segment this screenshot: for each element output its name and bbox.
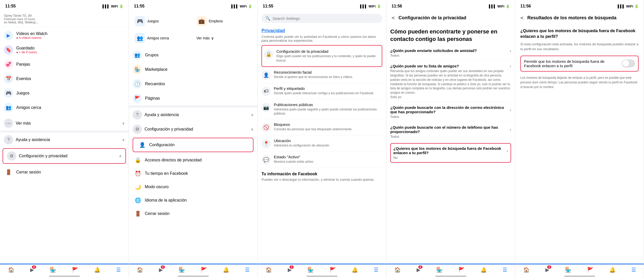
tiempo-item[interactable]: ⏰ Tu tiempo en Facebook <box>129 167 257 180</box>
config-item-2[interactable]: ⚙ Configuración y privacidad ∧ <box>129 122 257 136</box>
config-person-icon: 👤 <box>138 142 146 148</box>
q2-item[interactable]: ¿Quién puede ver tu lista de amigos? › R… <box>390 61 511 102</box>
nav-watch-2[interactable]: ▶ 4 <box>159 267 163 273</box>
nav-marketplace-5[interactable]: 🏪 <box>565 267 571 273</box>
bloqueos-item[interactable]: 🚫 Bloqueos Consulta las personas que has… <box>261 119 382 135</box>
nav-watch-4[interactable]: ▶ 4 <box>417 267 420 273</box>
ver-mas-item[interactable]: ⋯ Ver más ∨ <box>0 116 129 131</box>
sidebar-item-parejas[interactable]: 💞 Parejas <box>0 57 129 72</box>
sidebar-item-juegos[interactable]: 🎮 Juegos <box>0 86 129 100</box>
back-button-5[interactable]: ＜ <box>519 14 525 22</box>
status-time-5: 11:56 <box>520 4 531 8</box>
sidebar-item-amigos[interactable]: 👥 Amigos cerca <box>0 100 129 115</box>
nav-menu-2[interactable]: ☰ <box>245 267 250 273</box>
nav-bell-1[interactable]: 🔔 <box>94 267 100 273</box>
sidebar-item-guardado[interactable]: 🔖 Guardado ● + de 9 nuevo <box>0 43 129 57</box>
nav-flag-2[interactable]: 🚩 <box>201 267 207 273</box>
paginas-icon: 🚩 <box>133 94 142 103</box>
guardado-label: Guardado <box>16 46 37 50</box>
nav-marketplace-2[interactable]: 🏪 <box>179 267 185 273</box>
ayuda-left: ? Ayuda y asistencia <box>4 135 50 144</box>
modo-oscuro-item[interactable]: 🌙 Modo oscuro <box>129 180 257 194</box>
nav-home-5[interactable]: 🏠 <box>523 267 530 273</box>
nav-home-4[interactable]: 🏠 <box>394 267 401 273</box>
nav-home-1[interactable]: 🏠 <box>8 267 14 273</box>
config-chevron: ∧ <box>119 154 122 158</box>
config-left-2: ⚙ Configuración y privacidad <box>133 125 193 134</box>
sidebar-grupos[interactable]: 👥 Grupos <box>129 48 257 62</box>
idioma-item[interactable]: 🌐 Idioma de la aplicación <box>129 194 257 207</box>
tiempo-label: Tu tiempo en Facebook <box>145 171 188 176</box>
nav-menu-1[interactable]: ☰ <box>116 267 121 273</box>
nav-home-3[interactable]: 🏠 <box>266 267 272 273</box>
nav-bell-4[interactable]: 🔔 <box>480 267 487 273</box>
nav-marketplace-4[interactable]: 🏪 <box>436 267 443 273</box>
nav-home-2[interactable]: 🏠 <box>137 267 143 273</box>
ayuda-item[interactable]: ? Ayuda y asistencia ∨ <box>0 133 129 147</box>
privacy-section: Privacidad Controla quién puede ver tu a… <box>258 25 386 264</box>
nav-watch-1[interactable]: ▶ 4 <box>30 267 34 273</box>
search-input[interactable] <box>273 16 378 21</box>
signal-icon-1: ▌▌▌ <box>103 4 110 8</box>
configuracion-item[interactable]: 👤 Configuración <box>133 138 253 152</box>
nav-marketplace-3[interactable]: 🏪 <box>307 267 314 273</box>
toggle-switch[interactable] <box>622 59 635 67</box>
nav-menu-5[interactable]: ☰ <box>631 267 636 273</box>
estado-item[interactable]: 💬 Estado "Activo" Muestra cuándo estás a… <box>261 152 382 168</box>
reconocimiento-item[interactable]: 👤 Reconocimiento facial Decide si quiere… <box>261 67 382 83</box>
grupos-icon: 👥 <box>133 50 142 60</box>
q3-answer: Todos <box>390 115 511 119</box>
ayuda-item-2[interactable]: ? Ayuda y asistencia ∨ <box>129 108 257 122</box>
sidebar-item-videos[interactable]: ▶ Vídeos en Watch ● 4 vídeos nuevos <box>0 28 129 43</box>
search-bar[interactable]: 🔍 <box>261 14 382 23</box>
grid-ver-mas[interactable]: Ver más ∨ <box>194 31 254 45</box>
nav-flag-4[interactable]: 🚩 <box>458 267 465 273</box>
sidebar-recuerdos[interactable]: 🕐 Recuerdos <box>129 77 257 91</box>
nav-bell-3[interactable]: 🔔 <box>352 267 358 273</box>
grid-juegos[interactable]: 🎮 Juegos <box>133 14 192 28</box>
q5-highlighted[interactable]: ¿Quieres que los motores de búsqueda fue… <box>390 143 511 163</box>
sidebar-paginas[interactable]: 🚩 Páginas <box>129 91 257 106</box>
status-time-3: 11:55 <box>263 4 273 8</box>
config-privacidad-highlighted[interactable]: 🔒 Configuración de la privacidad Elige q… <box>261 45 382 67</box>
q4-item[interactable]: ¿Quién puede buscarte con el número de t… <box>390 122 511 142</box>
grid-empleos[interactable]: 💼 Empleos <box>194 14 254 28</box>
perfil-item[interactable]: 🏷 Perfil y etiquetado Decide quién puede… <box>261 83 382 99</box>
configuracion-box[interactable]: 👤 Configuración <box>133 138 253 152</box>
sidebar-item-eventos[interactable]: 📅 Eventos <box>0 72 129 86</box>
cerrar-sesion-item[interactable]: 🚪 Cerrar sesión <box>0 165 129 179</box>
post-author: Oprey Tamie 7G, (M <box>4 14 125 18</box>
status-bar-5: 11:56 ▌▌▌ WiFi 🔋 <box>515 0 644 11</box>
q1-item[interactable]: ¿Quién puede enviarte solicitudes de ami… <box>390 45 511 61</box>
nav-menu-3[interactable]: ☰ <box>374 267 378 273</box>
cerrar-sesion-2[interactable]: 🚪 Cerrar sesión <box>129 207 257 220</box>
nav-bell-2[interactable]: 🔔 <box>223 267 229 273</box>
config-privacidad-item[interactable]: 🔒 Configuración de la privacidad Elige q… <box>264 46 380 66</box>
q3-item[interactable]: ¿Quién puede buscarte con la dirección d… <box>390 102 511 122</box>
grid-amigos-icon: 👥 <box>135 33 145 43</box>
config-label: Configuración y privacidad <box>19 154 67 158</box>
signal-icon-5: ▌▌▌ <box>618 4 625 8</box>
idioma-icon: 🌐 <box>134 197 142 203</box>
config-chevron-2: ∧ <box>251 127 253 131</box>
config-item[interactable]: ⚙ Configuración y privacidad ∧ <box>3 149 125 163</box>
publicaciones-item[interactable]: 📷 Publicaciones públicas Administra quié… <box>261 99 382 119</box>
config-label-2: Configuración y privacidad <box>145 127 193 132</box>
nav-flag-1[interactable]: 🚩 <box>72 267 78 273</box>
ubicacion-item[interactable]: 📍 Ubicación Administra la configuración … <box>261 135 382 152</box>
nav-menu-4[interactable]: ☰ <box>503 267 507 273</box>
config-privacidad-icon: 🔒 <box>264 50 273 59</box>
divider-1 <box>0 131 129 133</box>
accesos-item[interactable]: 🔒 Accesos directos de privacidad <box>129 153 257 167</box>
nav-bell-5[interactable]: 🔔 <box>609 267 616 273</box>
sidebar-marketplace[interactable]: 🏪 Marketplace <box>129 62 257 77</box>
config-privacidad-box[interactable]: ⚙ Configuración y privacidad ∧ <box>3 148 126 164</box>
back-button-4[interactable]: ＜ <box>390 14 396 22</box>
nav-watch-3[interactable]: ▶ 4 <box>288 267 292 273</box>
battery-icon-4: 🔋 <box>506 4 510 8</box>
nav-flag-3[interactable]: 🚩 <box>329 267 336 273</box>
nav-marketplace-1[interactable]: 🏪 <box>50 267 56 273</box>
grid-amigos[interactable]: 👥 Amigos cerca <box>133 31 192 45</box>
nav-watch-5[interactable]: ▶ 4 <box>545 267 549 273</box>
nav-flag-5[interactable]: 🚩 <box>587 267 594 273</box>
